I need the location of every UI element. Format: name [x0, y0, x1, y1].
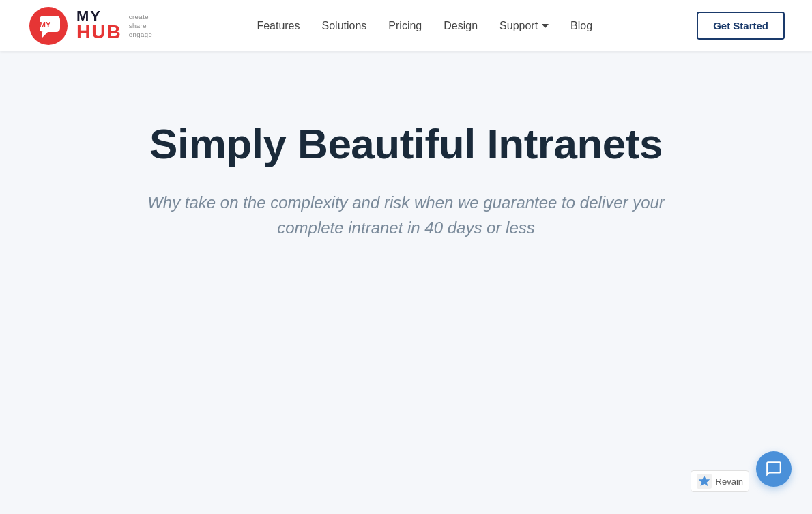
logo[interactable]: MY MY HUB createshareengage — [27, 5, 152, 47]
revain-label: Revain — [716, 476, 743, 487]
nav-link-design[interactable]: Design — [444, 20, 478, 31]
nav-link-blog[interactable]: Blog — [570, 20, 592, 31]
revain-logo-icon — [697, 474, 712, 489]
logo-tagline: createshareengage — [129, 12, 153, 40]
nav-link-features[interactable]: Features — [257, 20, 300, 31]
nav-links: Features Solutions Pricing Design Suppor… — [257, 20, 592, 32]
svg-text:MY: MY — [40, 20, 51, 29]
hero-subtitle: Why take on the complexity and risk when… — [126, 190, 686, 240]
nav-item-blog[interactable]: Blog — [570, 20, 592, 32]
hero-section: Simply Beautiful Intranets Why take on t… — [0, 51, 812, 323]
support-chevron-down-icon — [542, 24, 549, 28]
logo-icon: MY — [27, 5, 70, 47]
logo-text: MY HUB — [76, 8, 122, 43]
nav-item-design[interactable]: Design — [444, 20, 478, 32]
nav-item-pricing[interactable]: Pricing — [388, 20, 422, 32]
nav-item-solutions[interactable]: Solutions — [322, 20, 367, 32]
navbar: MY MY HUB createshareengage Features Sol… — [0, 0, 812, 51]
nav-item-features[interactable]: Features — [257, 20, 300, 32]
get-started-button[interactable]: Get Started — [697, 12, 785, 40]
revain-badge[interactable]: Revain — [691, 470, 749, 492]
chat-icon — [765, 460, 783, 478]
chat-button[interactable] — [756, 451, 792, 487]
hero-title: Simply Beautiful Intranets — [149, 119, 663, 168]
logo-hub: HUB — [76, 22, 122, 43]
nav-link-support[interactable]: Support — [499, 20, 538, 32]
nav-link-pricing[interactable]: Pricing — [388, 20, 422, 31]
nav-item-support[interactable]: Support — [499, 20, 549, 32]
nav-link-solutions[interactable]: Solutions — [322, 20, 367, 31]
